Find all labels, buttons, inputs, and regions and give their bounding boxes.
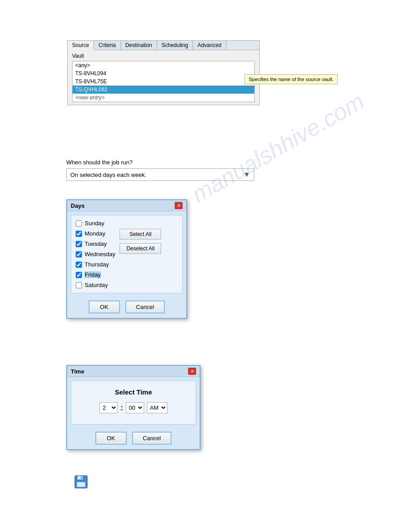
scheduling-dropdown-text: On selected days each week. — [70, 172, 146, 178]
tab-advanced[interactable]: Advanced — [193, 41, 226, 50]
vault-item-3[interactable]: TS-QVHL082 — [73, 86, 254, 94]
save-icon-area — [74, 475, 88, 490]
source-panel: Source Criteria Destination Scheduling A… — [67, 40, 260, 105]
select-time-label: Select Time — [78, 388, 188, 396]
days-checkboxes: Sunday Monday Tuesday Wednesday Thursday — [76, 220, 115, 288]
day-monday[interactable]: Monday — [76, 230, 115, 237]
days-content: Sunday Monday Tuesday Wednesday Thursday — [76, 220, 178, 288]
days-dialog-body: Sunday Monday Tuesday Wednesday Thursday — [71, 215, 183, 293]
scheduling-question: When should the job run? — [66, 159, 259, 166]
days-action-buttons: Select All Deselect All — [120, 220, 161, 288]
tab-scheduling[interactable]: Scheduling — [157, 41, 193, 50]
svg-rect-4 — [78, 483, 84, 486]
friday-checkbox[interactable] — [76, 272, 82, 278]
vault-label: Vault — [72, 53, 255, 59]
select-all-button[interactable]: Select All — [120, 229, 161, 240]
tab-source[interactable]: Source — [68, 41, 94, 50]
day-tuesday[interactable]: Tuesday — [76, 240, 115, 247]
time-dialog-titlebar: Time ✕ — [67, 366, 200, 377]
days-dialog: Days ✕ Sunday Monday Tuesday We — [66, 199, 187, 319]
time-dialog-footer: OK Cancel — [67, 428, 200, 449]
time-cancel-button[interactable]: Cancel — [132, 432, 171, 445]
tab-destination[interactable]: Destination — [121, 41, 157, 50]
chevron-down-icon: ▼ — [243, 171, 250, 179]
days-dialog-title: Days — [71, 202, 85, 209]
time-ok-button[interactable]: OK — [95, 432, 127, 445]
monday-checkbox[interactable] — [76, 231, 82, 237]
tuesday-label: Tuesday — [85, 240, 107, 247]
tab-bar: Source Criteria Destination Scheduling A… — [68, 41, 259, 50]
time-dialog-title: Time — [71, 368, 84, 375]
vault-item-new[interactable]: <new entry> — [73, 94, 254, 102]
watermark: manualshhive.com — [187, 88, 368, 208]
wednesday-checkbox[interactable] — [76, 251, 82, 257]
thursday-checkbox[interactable] — [76, 262, 82, 268]
days-dialog-footer: OK Cancel — [67, 297, 186, 318]
sunday-checkbox[interactable] — [76, 220, 82, 227]
vault-tooltip: Specifies the name of the source vault. — [244, 74, 338, 84]
minute-select[interactable]: 00 15 30 45 — [126, 402, 144, 413]
vault-item-2[interactable]: TS-8VHL75E — [73, 77, 254, 86]
tab-criteria[interactable]: Criteria — [94, 41, 121, 50]
day-sunday[interactable]: Sunday — [76, 220, 115, 227]
sunday-label: Sunday — [85, 220, 104, 227]
vault-section: Vault <any> TS-8VHL094 TS-8VHL75E TS-QVH… — [68, 50, 259, 105]
vault-dropdown: <any> TS-8VHL094 TS-8VHL75E TS-QVHL082 <… — [72, 61, 255, 102]
thursday-label: Thursday — [85, 261, 109, 268]
vault-item-any[interactable]: <any> — [73, 61, 254, 69]
days-ok-button[interactable]: OK — [89, 300, 120, 313]
time-dialog-close-button[interactable]: ✕ — [188, 368, 196, 375]
monday-label: Monday — [85, 230, 105, 237]
wednesday-label: Wednesday — [85, 251, 115, 257]
vault-list: <any> TS-8VHL094 TS-8VHL75E TS-QVHL082 <… — [72, 61, 255, 102]
time-dialog: Time ✕ Select Time 1 2 3 4 5 6 7 8 9 10 … — [66, 365, 201, 450]
scheduling-section: When should the job run? On selected day… — [66, 159, 259, 181]
days-dialog-close-button[interactable]: ✕ — [175, 202, 183, 209]
scheduling-dropdown[interactable]: On selected days each week. ▼ — [66, 168, 254, 181]
friday-label: Friday — [85, 271, 101, 278]
deselect-all-button[interactable]: Deselect All — [120, 243, 161, 254]
day-friday[interactable]: Friday — [76, 271, 115, 278]
time-controls: 1 2 3 4 5 6 7 8 9 10 11 12 : 00 15 30 45 — [78, 402, 188, 413]
saturday-checkbox[interactable] — [76, 282, 82, 288]
day-wednesday[interactable]: Wednesday — [76, 251, 115, 257]
day-thursday[interactable]: Thursday — [76, 261, 115, 268]
vault-item-1[interactable]: TS-8VHL094 — [73, 69, 254, 77]
time-colon: : — [120, 404, 123, 412]
svg-rect-2 — [78, 476, 81, 479]
saturday-label: Saturday — [85, 282, 108, 288]
day-saturday[interactable]: Saturday — [76, 282, 115, 288]
days-dialog-titlebar: Days ✕ — [67, 200, 186, 211]
tuesday-checkbox[interactable] — [76, 241, 82, 247]
days-cancel-button[interactable]: Cancel — [125, 300, 165, 313]
hour-select[interactable]: 1 2 3 4 5 6 7 8 9 10 11 12 — [99, 402, 118, 413]
save-icon[interactable] — [74, 475, 88, 489]
ampm-select[interactable]: AM PM — [147, 402, 167, 413]
time-dialog-body: Select Time 1 2 3 4 5 6 7 8 9 10 11 12 :… — [71, 381, 196, 425]
